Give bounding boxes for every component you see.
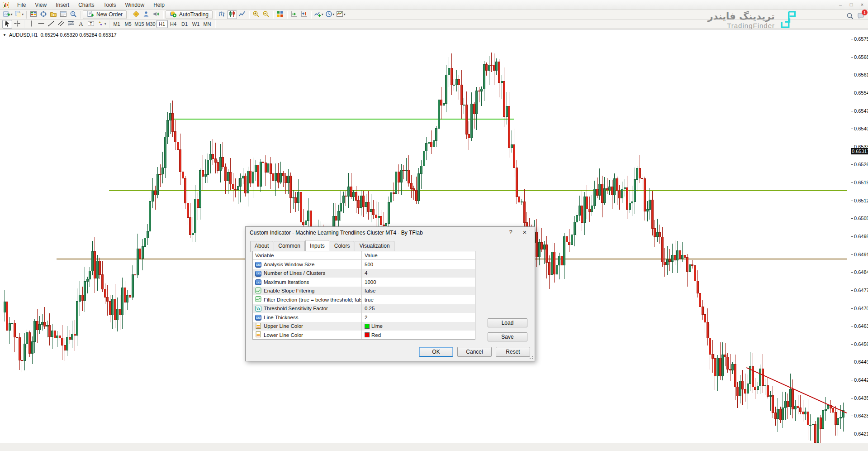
dialog-close-icon[interactable]: × (520, 228, 529, 236)
input-value-cell[interactable]: 500 (362, 262, 475, 267)
timeframe-m30[interactable]: M30 (145, 20, 157, 28)
menu-window[interactable]: Window (121, 2, 149, 8)
input-value-cell[interactable]: true (362, 297, 475, 302)
input-value-cell[interactable]: 4 (362, 270, 475, 276)
input-row[interactable]: 123Number of Lines / Clusters4 (253, 269, 475, 278)
search-icon[interactable] (846, 12, 854, 21)
chevron-down-icon[interactable]: ▾ (11, 13, 13, 16)
tab-visualization[interactable]: Visualization (355, 241, 394, 252)
input-row[interactable]: 123Maximum Iterations1000 (253, 278, 475, 287)
tab-colors[interactable]: Colors (330, 241, 355, 252)
periods-button[interactable]: ▾ (324, 10, 336, 19)
candlestick-mode-button[interactable] (227, 10, 237, 19)
dialog-titlebar[interactable]: Custom Indicator - Machine Learning Tren… (246, 227, 535, 239)
input-row[interactable]: Enable Slope Filteringfalse (253, 287, 475, 296)
restore-button[interactable]: □ (848, 1, 854, 8)
autotrading-button[interactable]: AutoTrading (166, 10, 213, 19)
terminal-button[interactable] (58, 10, 68, 19)
inputs-table[interactable]: VariableValue123Analysis Window Size5001… (252, 251, 475, 340)
input-row[interactable]: 123Line Thickness2 (253, 313, 475, 322)
chevron-down-icon[interactable]: ▾ (333, 13, 335, 16)
price-axis-tick (851, 57, 853, 58)
timeframe-d1[interactable]: D1 (179, 20, 190, 28)
zoom-in-button[interactable] (251, 10, 261, 19)
chevron-down-icon[interactable]: ▾ (22, 13, 24, 16)
arrows-tool-button[interactable]: ▾ (96, 20, 107, 29)
close-button[interactable]: × (859, 1, 865, 8)
input-value-cell[interactable]: 1000 (362, 279, 475, 285)
menu-view[interactable]: View (30, 2, 51, 8)
reset-button[interactable]: Reset (496, 347, 530, 357)
timeframe-m5[interactable]: M5 (123, 20, 134, 28)
one-click-trading-expander[interactable]: ▼ (3, 33, 6, 37)
strategy-tester-button[interactable] (68, 10, 78, 19)
bar-chart-mode-button[interactable] (217, 10, 227, 19)
profiles-button[interactable]: ▾ (14, 10, 25, 19)
line-chart-mode-button[interactable] (237, 10, 247, 19)
new-order-button[interactable]: New Order (83, 10, 127, 19)
chevron-down-icon[interactable]: ▾ (104, 22, 106, 26)
menu-help[interactable]: Help (149, 2, 169, 8)
zoom-out-button[interactable] (261, 10, 271, 19)
load-button[interactable]: Load (488, 318, 527, 327)
data-window-button[interactable] (38, 10, 48, 19)
menu-insert[interactable]: Insert (51, 2, 74, 8)
fibonacci-tool-button[interactable] (66, 20, 76, 29)
menu-charts[interactable]: Charts (74, 2, 99, 8)
trendline-tool-button[interactable] (46, 20, 56, 29)
indicators-list-button[interactable]: ▾ (313, 10, 324, 19)
price-axis-tick (851, 147, 853, 147)
column-header-variable[interactable]: Variable (253, 251, 362, 259)
price-axis[interactable]: 0.657550.656850.656150.655450.654750.654… (851, 29, 868, 443)
column-header-value[interactable]: Value (362, 253, 475, 258)
input-value-cell[interactable]: 0.25 (362, 306, 475, 311)
input-row[interactable]: 123Analysis Window Size500 (253, 260, 475, 269)
chevron-down-icon[interactable]: ▾ (344, 13, 346, 16)
input-row[interactable]: Filter Direction (true = below threshold… (253, 295, 475, 304)
timeframe-h1[interactable]: H1 (157, 20, 168, 28)
text-label-tool-button[interactable]: T (86, 20, 96, 29)
horizontal-line-tool-button[interactable] (36, 20, 46, 29)
tile-windows-button[interactable] (275, 10, 285, 19)
input-row[interactable]: Lower Line ColorRed (253, 331, 475, 340)
navigator-button[interactable] (48, 10, 58, 19)
dialog-resize-grip[interactable] (529, 355, 533, 360)
tab-inputs[interactable]: Inputs (305, 240, 329, 251)
cancel-button[interactable]: Cancel (457, 347, 492, 357)
timeframe-mn[interactable]: MN (202, 20, 213, 28)
save-button[interactable]: Save (488, 332, 527, 341)
expert-advisors-button[interactable] (141, 10, 151, 19)
menu-tools[interactable]: Tools (99, 2, 121, 8)
input-value-cell[interactable]: 2 (362, 315, 475, 320)
minimize-button[interactable]: – (837, 1, 844, 8)
input-value-cell[interactable]: false (362, 288, 475, 293)
community-chat-icon[interactable]: 1 (857, 12, 864, 21)
timeframe-w1[interactable]: W1 (190, 20, 202, 28)
timeframe-m15[interactable]: M15 (134, 20, 145, 28)
timeframe-m1[interactable]: M1 (111, 20, 123, 28)
sounds-button[interactable] (151, 10, 161, 19)
chevron-down-icon[interactable]: ▾ (322, 13, 323, 16)
templates-button[interactable]: ▾ (335, 10, 346, 19)
market-watch-button[interactable] (28, 10, 38, 19)
input-value-cell[interactable]: Red (362, 332, 475, 338)
input-row[interactable]: VzThreshold Sensitivity Factor0.25 (253, 304, 475, 313)
tab-common[interactable]: Common (274, 241, 305, 252)
input-variable-label: Enable Slope Filtering (264, 288, 315, 293)
ok-button[interactable]: OK (419, 347, 453, 357)
new-chart-button[interactable]: ▾ (2, 10, 14, 19)
tab-about[interactable]: About (250, 241, 273, 252)
input-value-cell[interactable]: Lime (362, 323, 475, 329)
auto-scroll-button[interactable] (289, 10, 299, 19)
text-tool-button[interactable]: A (76, 20, 86, 29)
vertical-line-tool-button[interactable] (26, 20, 36, 29)
menu-file[interactable]: File (13, 2, 30, 8)
dialog-help-button[interactable]: ? (507, 229, 515, 235)
input-row[interactable]: Upper Line ColorLime (253, 322, 475, 331)
metaeditor-button[interactable] (131, 10, 141, 19)
equidistant-channel-tool-button[interactable] (56, 20, 66, 29)
timeframe-h4[interactable]: H4 (168, 20, 179, 28)
crosshair-tool-button[interactable] (12, 20, 22, 29)
cursor-tool-button[interactable] (2, 20, 12, 29)
chart-shift-button[interactable] (299, 10, 309, 19)
